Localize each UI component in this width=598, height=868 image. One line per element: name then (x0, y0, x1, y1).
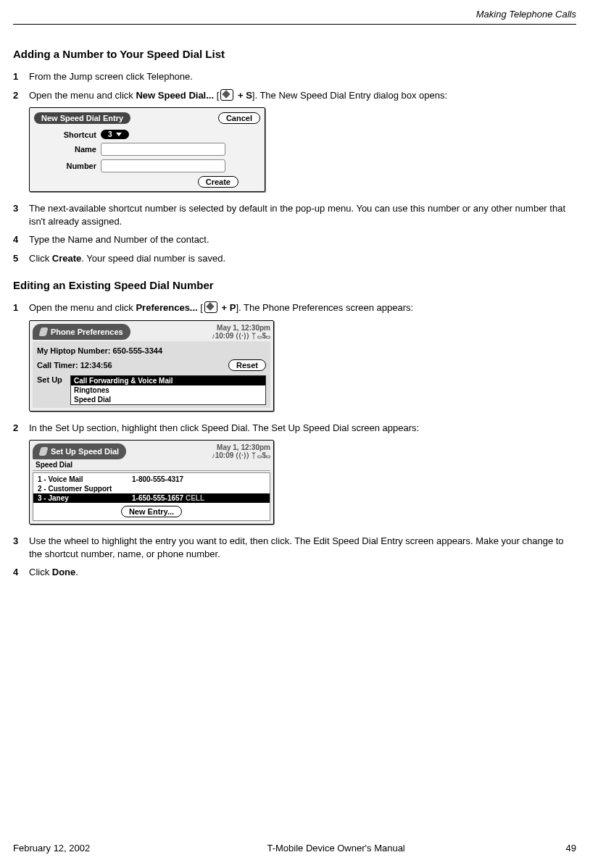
my-number-line: My Hiptop Number: 650-555-3344 (36, 344, 267, 357)
step-number: 2 (13, 422, 29, 435)
screenshot-new-speed-dial: New Speed Dial Entry Cancel Shortcut 3 N… (29, 107, 265, 192)
step-row: 4 Type the Name and Number of the contac… (13, 233, 576, 246)
step-row: 5 Click Create. Your speed dial number i… (13, 252, 576, 265)
step-row: 2 Open the menu and click New Speed Dial… (13, 89, 576, 102)
text: Click (29, 567, 52, 577)
step-text: Type the Name and Number of the contact. (29, 233, 576, 246)
menu-item-name: New Speed Dial... (136, 90, 214, 101)
shortcut-label: Shortcut (50, 130, 101, 139)
list-item[interactable]: Ringtones (71, 385, 265, 395)
menu-key-icon (204, 301, 217, 313)
setup-label: Set Up (37, 375, 70, 384)
status-icons: ♪10:09 ⟨⟨·⟩⟩ ᛉ ▭$▭ (212, 332, 270, 340)
heading-adding: Adding a Number to Your Speed Dial List (13, 48, 576, 60)
footer-page: 49 (566, 843, 576, 854)
step-row: 1 From the Jump screen click Telephone. (13, 70, 576, 83)
step-number: 3 (13, 535, 29, 560)
entry-number (132, 485, 265, 493)
menu-key-icon (220, 89, 233, 101)
step-text: Click Done. (29, 566, 576, 579)
step-row: 3 The next-available shortcut number is … (13, 202, 576, 228)
text: Click (29, 253, 52, 264)
speed-dial-row[interactable]: 2 - Customer Support (33, 484, 270, 493)
num-type: CELL (186, 494, 204, 502)
heading-editing: Editing an Existing Speed Dial Number (13, 279, 576, 291)
text: Open the menu and click (29, 90, 136, 101)
step-number: 2 (13, 89, 29, 102)
page-footer: February 12, 2002 T-Mobile Device Owner'… (13, 843, 576, 854)
dialog-title: New Speed Dial Entry (34, 112, 130, 124)
status-icons: ♪10:09 ⟨⟨·⟩⟩ ᛉ ▭$▭ (212, 451, 270, 459)
reset-button[interactable]: Reset (228, 359, 266, 371)
text: . (75, 567, 78, 577)
step-text: The next-available shortcut number is se… (29, 202, 576, 228)
new-entry-button[interactable]: New Entry... (121, 506, 182, 517)
key-combo: + P (219, 302, 236, 313)
step-text: Open the menu and click New Speed Dial..… (29, 89, 576, 102)
text: . Your speed dial number is saved. (81, 253, 225, 264)
screen-title: Set Up Speed Dial (33, 443, 126, 459)
screenshot-setup-speed-dial: Set Up Speed Dial May 1, 12:30pm ♪10:09 … (29, 440, 274, 525)
text: [ (198, 302, 203, 313)
button-name: Create (52, 253, 81, 264)
entry-number: 1-800-555-4317 (132, 475, 265, 483)
menu-item-name: Preferences... (136, 302, 197, 313)
step-text: Click Create. Your speed dial number is … (29, 252, 576, 265)
step-text: Open the menu and click Preferences... [… (29, 301, 576, 314)
text: [ (214, 90, 219, 101)
speed-dial-section-label: Speed Dial (33, 459, 270, 471)
speed-dial-row[interactable]: 1 - Voice Mail 1-800-555-4317 (33, 475, 270, 484)
step-row: 4 Click Done. (13, 566, 576, 579)
text: ]. The Phone Preferences screen appears: (236, 302, 413, 313)
list-item[interactable]: Call Forwarding & Voice Mail (71, 376, 265, 385)
step-number: 4 (13, 233, 29, 246)
button-name: Done (52, 567, 76, 577)
step-number: 3 (13, 202, 29, 228)
status-date: May 1, 12:30pm (212, 324, 270, 332)
running-header: Making Telephone Calls (13, 9, 576, 24)
step-number: 4 (13, 566, 29, 579)
number-input[interactable] (101, 159, 225, 172)
name-label: Name (50, 145, 101, 154)
status-date: May 1, 12:30pm (212, 443, 270, 451)
entry-name: 3 - Janey (38, 494, 132, 502)
key-combo: + S (235, 90, 252, 101)
list-item[interactable]: Speed Dial (71, 395, 265, 404)
text: Open the menu and click (29, 302, 136, 313)
speed-dial-row-selected[interactable]: 3 - Janey 1-650-555-1657 CELL (33, 493, 270, 503)
entry-name: 1 - Voice Mail (38, 475, 132, 483)
screenshot-phone-preferences: Phone Preferences May 1, 12:30pm ♪10:09 … (29, 320, 274, 412)
entry-name: 2 - Customer Support (38, 485, 132, 493)
footer-manual: T-Mobile Device Owner's Manual (267, 843, 404, 854)
step-text: In the Set Up section, highlight then cl… (29, 422, 576, 435)
step-text: Use the wheel to highlight the entry you… (29, 535, 576, 560)
screen-title: Phone Preferences (33, 324, 130, 340)
num-value: 1-650-555-1657 (132, 494, 183, 502)
number-label: Number (50, 162, 101, 170)
step-number: 1 (13, 301, 29, 314)
text: ]. The New Speed Dial Entry dialog box o… (252, 90, 447, 101)
status-bar: May 1, 12:30pm ♪10:09 ⟨⟨·⟩⟩ ᛉ ▭$▭ (212, 324, 270, 340)
setup-listbox[interactable]: Call Forwarding & Voice Mail Ringtones S… (70, 375, 266, 405)
step-row: 1 Open the menu and click Preferences...… (13, 301, 576, 314)
header-rule (13, 24, 576, 25)
status-bar: May 1, 12:30pm ♪10:09 ⟨⟨·⟩⟩ ᛉ ▭$▭ (212, 443, 270, 459)
shortcut-dropdown[interactable]: 3 (101, 130, 129, 139)
step-row: 3 Use the wheel to highlight the entry y… (13, 535, 576, 560)
step-row: 2 In the Set Up section, highlight then … (13, 422, 576, 435)
name-input[interactable] (101, 143, 225, 156)
entry-number: 1-650-555-1657 CELL (132, 494, 265, 502)
footer-date: February 12, 2002 (13, 843, 90, 854)
step-text: From the Jump screen click Telephone. (29, 70, 576, 83)
cancel-button[interactable]: Cancel (218, 112, 260, 124)
call-timer-label: Call Timer: 12:34:56 (37, 361, 112, 370)
step-number: 5 (13, 252, 29, 265)
create-button[interactable]: Create (198, 176, 238, 188)
step-number: 1 (13, 70, 29, 83)
